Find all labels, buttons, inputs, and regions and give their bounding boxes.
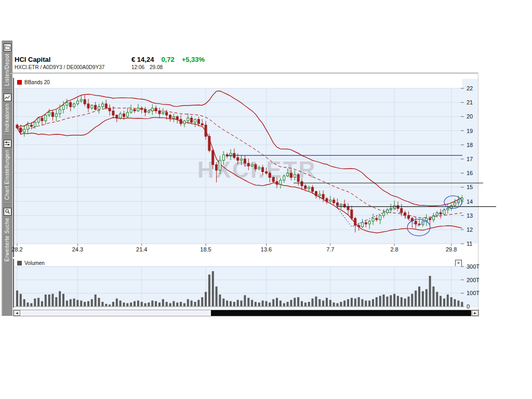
svg-text:15: 15 — [467, 184, 473, 190]
svg-text:100T: 100T — [467, 290, 480, 296]
scrollbar-thumb[interactable] — [211, 310, 471, 316]
app-window: Listen/Depot Indikatoren Chart Einstellu… — [0, 0, 532, 399]
quote-row: € 14,240,72+5,33% — [131, 56, 212, 63]
sidebar-separator — [3, 203, 11, 204]
chart-settings-icon — [4, 140, 11, 148]
sidebar-tab-label: Chart Einstellungen — [5, 150, 10, 200]
sidebar-tab-erweiterte-suche[interactable]: Erweiterte Suche — [4, 205, 11, 261]
instrument-title: HCI Capital — [15, 56, 50, 63]
quote-timestamp: 12:0629.08 — [131, 64, 168, 70]
svg-text:300T: 300T — [467, 263, 480, 270]
sidebar-tab-label: Erweiterte Suche — [5, 218, 10, 261]
instrument-symbols: HXCI.ETR / A0D9Y3 / DE000A0D9Y37 — [15, 64, 104, 70]
scroll-right-arrow-icon[interactable]: ► — [472, 310, 478, 316]
sidebar-separator — [3, 88, 11, 89]
indicators-icon — [4, 94, 11, 101]
portfolio-icon — [4, 44, 11, 51]
svg-text:7.7: 7.7 — [326, 246, 334, 252]
sidebar-tab-listen-depot[interactable]: Listen/Depot — [4, 41, 11, 86]
svg-text:2.8: 2.8 — [390, 246, 398, 252]
svg-text:13: 13 — [467, 212, 473, 219]
sidebar-tab-label: Listen/Depot — [5, 54, 10, 86]
svg-text:21: 21 — [467, 99, 473, 105]
svg-text:20: 20 — [467, 113, 473, 119]
svg-text:12: 12 — [467, 227, 473, 233]
price-change: 0,72 — [161, 56, 174, 63]
price-change-percent: +5,33% — [182, 56, 205, 63]
svg-text:13.6: 13.6 — [261, 246, 272, 252]
horizontal-scrollbar[interactable]: ◄ ► — [13, 310, 479, 316]
sidebar-separator — [3, 135, 11, 136]
sidebar-tab-indikatoren[interactable]: Indikatoren — [4, 90, 11, 132]
volume-chart[interactable]: 300T200T100T0 — [13, 266, 478, 310]
svg-text:11: 11 — [467, 241, 472, 247]
svg-text:17: 17 — [467, 156, 473, 162]
svg-text:28.2: 28.2 — [11, 246, 22, 252]
scroll-left-arrow-icon[interactable]: ◄ — [14, 310, 20, 316]
svg-text:18.5: 18.5 — [200, 246, 211, 252]
svg-text:22: 22 — [467, 85, 473, 91]
svg-text:200T: 200T — [467, 277, 480, 283]
svg-text:19: 19 — [467, 128, 473, 134]
price-chart[interactable]: HXCI.ETR22212019181716151413121128.224.3… — [13, 78, 499, 260]
price-x-axis: 28.224.321.418.513.67.72.829.8 — [11, 244, 457, 252]
advanced-search-icon — [4, 208, 11, 216]
quote-date: 29.08 — [150, 64, 163, 70]
sidebar-tabstrip: Listen/Depot Indikatoren Chart Einstellu… — [1, 41, 12, 316]
sidebar-tab-chart-einstellungen[interactable]: Chart Einstellungen — [4, 137, 11, 200]
header-divider — [10, 73, 478, 74]
svg-text:18: 18 — [467, 142, 473, 148]
svg-text:24.3: 24.3 — [72, 246, 83, 252]
quote-time: 12:06 — [131, 64, 144, 70]
svg-text:14: 14 — [467, 198, 473, 205]
svg-text:16: 16 — [467, 170, 473, 176]
svg-text:0: 0 — [467, 303, 470, 310]
svg-text:21.4: 21.4 — [136, 246, 147, 252]
volume-legend-label[interactable]: Volumen — [24, 260, 45, 266]
volume-legend-marker — [17, 261, 22, 265]
svg-text:29.8: 29.8 — [446, 246, 457, 252]
sidebar-tab-label: Indikatoren — [5, 103, 10, 132]
last-price: € 14,24 — [131, 56, 154, 63]
